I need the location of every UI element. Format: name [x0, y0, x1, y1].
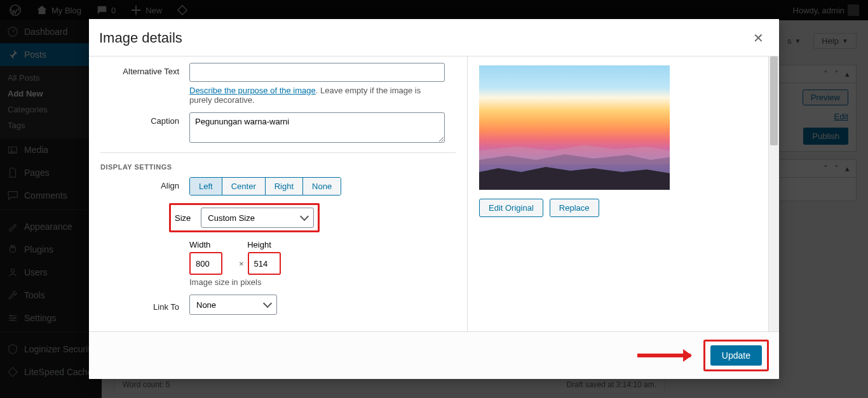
times-separator: ×: [239, 259, 244, 269]
arrow-annotation: [637, 354, 691, 357]
alt-help-link[interactable]: Describe the purpose of the image: [189, 86, 316, 95]
height-label: Height: [247, 240, 271, 249]
width-input[interactable]: [192, 255, 220, 272]
size-select[interactable]: Custom Size: [201, 208, 314, 228]
modal-title: Image details: [99, 30, 182, 46]
replace-button[interactable]: Replace: [550, 199, 599, 217]
align-right-button[interactable]: Right: [266, 178, 303, 195]
caption-label: Caption: [100, 112, 189, 126]
alt-text-label: Alternative Text: [100, 63, 189, 76]
width-label: Width: [189, 240, 210, 249]
close-icon[interactable]: ✕: [748, 28, 769, 48]
size-label: Size: [175, 213, 194, 223]
caption-input[interactable]: Pegunungan warna-warni: [189, 112, 445, 143]
align-label: Align: [100, 177, 189, 190]
scroll-thumb[interactable]: [770, 56, 778, 145]
align-none-button[interactable]: None: [303, 178, 341, 195]
image-preview: [479, 65, 670, 190]
alt-help-text: Describe the purpose of the image. Leave…: [189, 86, 445, 105]
align-button-group: Left Center Right None: [189, 177, 341, 196]
image-details-modal: Image details ✕ Alternative Text Describ…: [89, 19, 779, 379]
update-button[interactable]: Update: [710, 345, 762, 366]
align-left-button[interactable]: Left: [190, 178, 222, 195]
modal-scrollbar[interactable]: [768, 56, 779, 331]
size-highlight-annotation: Size Custom Size: [169, 203, 320, 232]
image-size-hint: Image size in pixels: [189, 277, 456, 287]
modal-right-panel: Edit Original Replace: [468, 56, 779, 331]
alt-text-input[interactable]: [189, 63, 445, 82]
link-to-select[interactable]: None: [189, 295, 277, 315]
align-center-button[interactable]: Center: [222, 178, 266, 195]
modal-left-panel: Alternative Text Describe the purpose of…: [89, 56, 468, 331]
display-settings-heading: DISPLAY SETTINGS: [100, 163, 456, 171]
edit-original-button[interactable]: Edit Original: [479, 199, 543, 217]
link-to-label: Link To: [100, 298, 189, 312]
update-highlight-annotation: Update: [703, 340, 769, 371]
height-input[interactable]: [250, 255, 278, 272]
height-highlight-annotation: [248, 252, 281, 275]
width-highlight-annotation: [189, 252, 222, 275]
